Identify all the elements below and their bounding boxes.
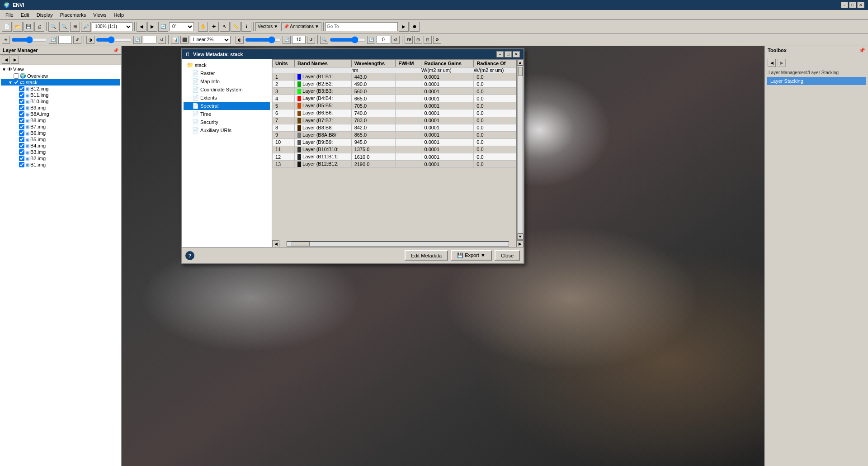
pan-left-btn[interactable]: ◀ <box>137 22 146 32</box>
menu-placemarks[interactable]: Placemarks <box>57 11 90 19</box>
save-btn[interactable]: 💾 <box>24 22 33 32</box>
modal-tree-item[interactable]: 📄 Map Info <box>184 77 270 86</box>
layer-item[interactable]: ▣ B6.img <box>1 130 120 136</box>
refresh3-btn[interactable]: ↺ <box>158 36 166 44</box>
layer-item[interactable]: ▣ B3.img <box>1 149 120 155</box>
overview-checkbox[interactable] <box>14 73 19 79</box>
crosshair-btn[interactable]: ✚ <box>209 22 219 32</box>
toolbox-fwd-btn[interactable]: ▶ <box>778 59 786 67</box>
contrast-value[interactable]: 20 <box>143 36 156 44</box>
modal-tree-item[interactable]: 📄 Security <box>184 118 270 126</box>
h-scroll-thumb[interactable] <box>292 242 310 246</box>
menu-display[interactable]: Display <box>33 11 57 19</box>
refresh-contrast-btn[interactable]: 🔄 <box>133 36 142 44</box>
scroll-track[interactable] <box>518 66 523 233</box>
layer-checkbox[interactable] <box>19 143 24 148</box>
layer-checkbox[interactable] <box>19 92 24 98</box>
record-btn[interactable]: ⏺ <box>410 22 420 32</box>
hand-btn[interactable]: ✋ <box>198 22 208 32</box>
modal-tree-item[interactable]: 📄 Time <box>184 110 270 118</box>
modal-tree-item[interactable]: 📄 Coordinate System <box>184 86 270 94</box>
contrast-slider[interactable] <box>96 38 132 42</box>
scroll-right-btn[interactable]: ▶ <box>516 240 524 247</box>
scroll-up-btn[interactable]: ▲ <box>517 59 524 66</box>
layer-item[interactable]: ▣ B10.img <box>1 98 120 105</box>
settings-btn[interactable]: ⚙ <box>433 36 441 44</box>
modal-minimize-btn[interactable]: − <box>496 51 504 57</box>
menu-views[interactable]: Views <box>90 11 110 19</box>
layer-item[interactable]: ▣ B11.img <box>1 92 120 98</box>
zoom-in-btn[interactable]: 🔍 <box>48 22 58 32</box>
annotations-dropdown[interactable]: 📌 Annotations ▼ <box>281 22 321 31</box>
scroll-left-btn[interactable]: ◀ <box>272 240 279 247</box>
vectors-dropdown[interactable]: Vectors ▼ <box>255 22 280 31</box>
layer-checkbox[interactable] <box>19 111 24 117</box>
layer-checkbox[interactable] <box>19 118 24 123</box>
vertical-scrollbar[interactable]: ▲ ▼ <box>516 59 524 240</box>
modal-tree-item[interactable]: 📄 Raster <box>184 69 270 77</box>
refresh-brightness-btn[interactable]: 🔄 <box>49 36 57 44</box>
refresh5-btn[interactable]: ↺ <box>392 36 400 44</box>
layer-checkbox[interactable] <box>19 162 24 167</box>
zoom-slider[interactable] <box>330 38 366 42</box>
modal-maximize-btn[interactable]: □ <box>505 51 512 57</box>
menu-help[interactable]: Help <box>110 11 127 19</box>
modal-tree-item[interactable]: 📄 Auxiliary URIs <box>184 126 270 134</box>
layer-item[interactable]: ▣ B12.img <box>1 86 120 92</box>
zoom-out-btn[interactable]: 🔍 <box>59 22 69 32</box>
layer-checkbox[interactable] <box>19 124 24 129</box>
scroll-thumb[interactable] <box>518 67 523 76</box>
export-button[interactable]: 💾 Export ▼ <box>451 250 492 261</box>
toolbox-back-btn[interactable]: ◀ <box>768 59 776 67</box>
new-btn[interactable]: 📄 <box>2 22 12 32</box>
modal-tree-item[interactable]: 📄 Spectral <box>184 102 270 110</box>
grid-btn[interactable]: ⊟ <box>424 36 432 44</box>
layer-stacking-item[interactable]: Layer Stacking <box>767 77 866 85</box>
modal-tree-item[interactable]: 📄 Extents <box>184 94 270 102</box>
layer-prev-btn[interactable]: ◀ <box>2 56 10 64</box>
layer-checkbox[interactable] <box>19 156 24 161</box>
layer-item[interactable]: ▣ B8.img <box>1 117 120 124</box>
layer-checkbox[interactable] <box>19 149 24 155</box>
layer-checkbox[interactable] <box>19 130 24 136</box>
close-button[interactable]: Close <box>495 250 520 261</box>
edit-metadata-button[interactable]: Edit Metadata <box>405 250 448 261</box>
layer-checkbox[interactable] <box>19 99 24 104</box>
refresh-zoom-btn[interactable]: 🔄 <box>367 36 375 44</box>
stretch-option-btn[interactable]: ⬛ <box>180 36 189 44</box>
menu-edit[interactable]: Edit <box>17 11 33 19</box>
layer-checkbox[interactable] <box>19 137 24 142</box>
measure-btn[interactable]: 📏 <box>231 22 241 32</box>
select-btn[interactable]: ↖ <box>220 22 230 32</box>
zoom-value2[interactable] <box>377 36 390 44</box>
zoom-100-btn[interactable]: 🔎 <box>81 22 91 32</box>
layer-overview[interactable]: 🌍 Overview <box>1 72 120 79</box>
brightness-slider[interactable] <box>11 38 47 42</box>
pan-up-btn[interactable]: 🔄 <box>158 22 168 32</box>
layer-item[interactable]: ▣ B1.img <box>1 162 120 168</box>
maximize-button[interactable]: □ <box>849 2 856 8</box>
layer-checkbox[interactable] <box>19 86 24 91</box>
tree-view-root[interactable]: ▼ 👁 View <box>1 66 120 72</box>
layer-next-btn[interactable]: ▶ <box>11 56 19 64</box>
refresh2-btn[interactable]: ↺ <box>73 36 81 44</box>
zoom-fit-btn[interactable]: ⊞ <box>70 22 80 32</box>
layer-item[interactable]: ▣ B4.img <box>1 143 120 149</box>
opacity-value[interactable] <box>292 36 306 44</box>
map-view[interactable]: 🗒 View Metadata: stack − □ ✕ 📁 stack 📄 R… <box>122 46 764 466</box>
refresh4-btn[interactable]: ↺ <box>307 36 315 44</box>
layer-item[interactable]: ▣ B7.img <box>1 124 120 130</box>
toolbox-pin-icon[interactable]: 📌 <box>859 48 865 53</box>
zoom-select[interactable]: 100% (1:1) <box>92 22 132 31</box>
layout-btn[interactable]: ⊞ <box>414 36 422 44</box>
layer-item[interactable]: ▣ B8A.img <box>1 111 120 117</box>
print-btn[interactable]: 🖨 <box>34 22 44 32</box>
horizontal-scrollbar[interactable]: ◀ ▶ <box>272 240 524 247</box>
info-btn[interactable]: ℹ <box>241 22 251 32</box>
help-button[interactable]: ? <box>185 251 194 260</box>
brightness-value[interactable]: 50 <box>58 36 72 44</box>
minimize-button[interactable]: − <box>841 2 848 8</box>
layer-item[interactable]: ▣ B2.img <box>1 155 120 162</box>
menu-file[interactable]: File <box>2 11 17 19</box>
h-scroll-track[interactable] <box>287 241 509 247</box>
